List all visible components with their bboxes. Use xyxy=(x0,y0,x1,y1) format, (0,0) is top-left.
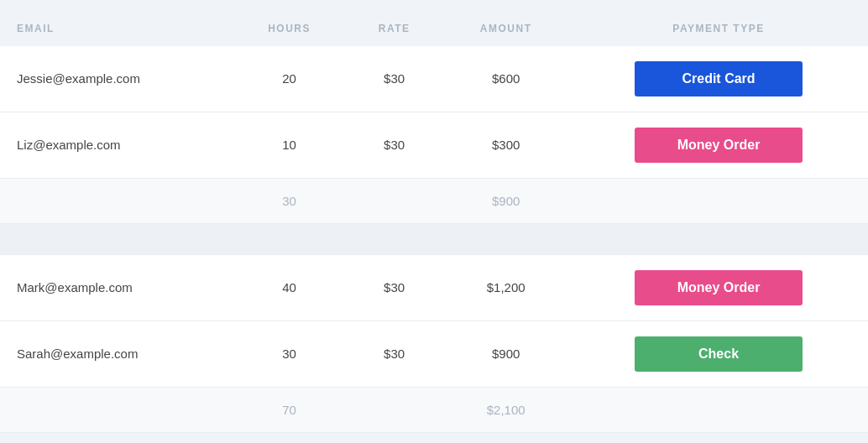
payment-type-badge: Credit Card xyxy=(635,61,803,96)
subtotal-row: 70 $2,100 xyxy=(0,387,868,432)
cell-hours: 30 xyxy=(233,321,346,387)
subtotal-hours: 30 xyxy=(233,178,346,223)
payment-type-badge: Check xyxy=(635,336,803,372)
col-header-hours: HOURS xyxy=(233,11,346,46)
subtotal-row: 30 $900 xyxy=(0,178,868,223)
cell-email: Jessie@example.com xyxy=(0,46,233,112)
data-table: EMAIL HOURS RATE AMOUNT PAYMENT TYPE Jes… xyxy=(0,11,868,433)
subtotal-rate xyxy=(346,387,442,432)
cell-rate: $30 xyxy=(346,112,442,178)
table-header-row: EMAIL HOURS RATE AMOUNT PAYMENT TYPE xyxy=(0,11,868,46)
subtotal-label xyxy=(0,178,233,223)
cell-rate: $30 xyxy=(346,321,442,387)
table-row: Sarah@example.com 30 $30 $900 Check xyxy=(0,321,868,387)
col-header-rate: RATE xyxy=(346,11,442,46)
subtotal-amount: $900 xyxy=(442,178,569,223)
cell-amount: $300 xyxy=(442,112,569,178)
cell-payment-type: Money Order xyxy=(569,112,868,178)
cell-hours: 10 xyxy=(233,112,346,178)
subtotal-label xyxy=(0,387,233,432)
cell-email: Mark@example.com xyxy=(0,254,233,321)
group-divider xyxy=(0,223,868,254)
col-header-email: EMAIL xyxy=(0,11,233,46)
cell-amount: $600 xyxy=(442,46,569,112)
payment-type-badge: Money Order xyxy=(635,270,803,305)
cell-email: Liz@example.com xyxy=(0,112,233,178)
cell-amount: $900 xyxy=(442,321,569,387)
col-header-amount: AMOUNT xyxy=(442,11,569,46)
table-row: Mark@example.com 40 $30 $1,200 Money Ord… xyxy=(0,254,868,321)
table-wrapper: EMAIL HOURS RATE AMOUNT PAYMENT TYPE Jes… xyxy=(0,11,868,433)
subtotal-payment xyxy=(569,387,868,432)
payment-type-badge: Money Order xyxy=(635,128,803,163)
col-header-payment-type: PAYMENT TYPE xyxy=(569,11,868,46)
cell-rate: $30 xyxy=(346,254,442,321)
cell-hours: 20 xyxy=(233,46,346,112)
cell-payment-type: Money Order xyxy=(569,254,868,321)
cell-payment-type: Credit Card xyxy=(569,46,868,112)
table-row: Liz@example.com 10 $30 $300 Money Order xyxy=(0,112,868,178)
cell-hours: 40 xyxy=(233,254,346,321)
cell-amount: $1,200 xyxy=(442,254,569,321)
subtotal-amount: $2,100 xyxy=(442,387,569,432)
cell-rate: $30 xyxy=(346,46,442,112)
subtotal-rate xyxy=(346,178,442,223)
subtotal-hours: 70 xyxy=(233,387,346,432)
cell-email: Sarah@example.com xyxy=(0,321,233,387)
table-row: Jessie@example.com 20 $30 $600 Credit Ca… xyxy=(0,46,868,112)
subtotal-payment xyxy=(569,178,868,223)
cell-payment-type: Check xyxy=(569,321,868,387)
